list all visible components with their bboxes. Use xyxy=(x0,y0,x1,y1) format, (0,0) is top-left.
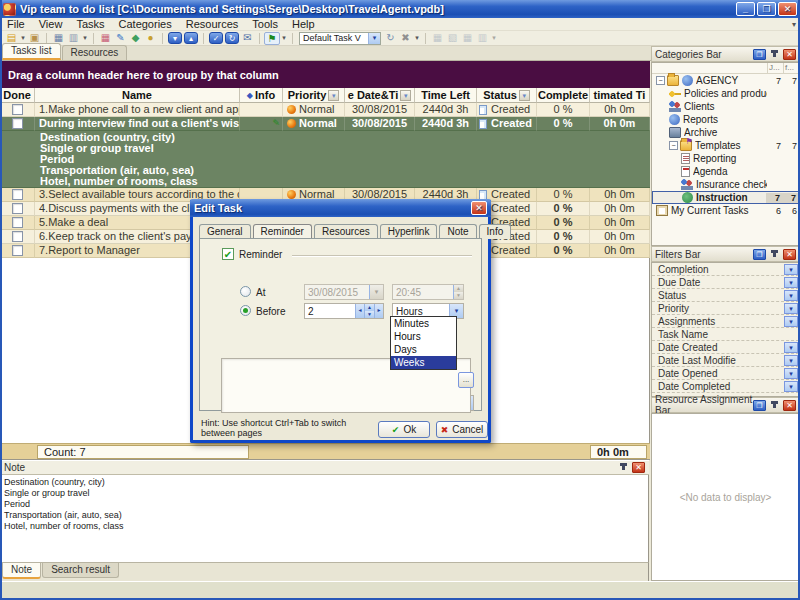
status-filter-icon[interactable]: ▾ xyxy=(519,90,530,101)
before-radio[interactable] xyxy=(240,305,251,316)
chevron-down-icon[interactable]: ▾ xyxy=(784,277,798,288)
col-complete[interactable]: Complete xyxy=(537,88,590,103)
chevron-down-icon[interactable]: ▾ xyxy=(784,342,798,353)
tree-item-clients[interactable]: Clients xyxy=(652,100,799,113)
filter-due-date[interactable]: Due Date▾ xyxy=(652,276,799,289)
tree-item-templates[interactable]: − ⚑ Templates 77 xyxy=(652,139,799,152)
at-date-field[interactable]: 30/08/2015 ▾ xyxy=(304,284,384,300)
chevron-down-icon[interactable]: ▾ xyxy=(784,368,798,379)
tab-note[interactable]: Note xyxy=(439,224,476,239)
option-minutes[interactable]: Minutes xyxy=(391,317,456,330)
reminder-checkbox[interactable]: ✔ xyxy=(222,248,234,260)
close-icon[interactable]: ✕ xyxy=(783,249,796,260)
permissions-icon[interactable]: ● xyxy=(143,32,158,45)
delete-view-icon[interactable]: ✖ xyxy=(398,32,413,45)
chevron-down-icon[interactable]: ▾ xyxy=(784,381,798,392)
tree-item-my-current-tasks[interactable]: My Current Tasks 66 xyxy=(652,204,799,217)
tree-item-insurance-checklist[interactable]: Insurance checklist xyxy=(652,178,799,191)
option-weeks-highlighted[interactable]: Weeks xyxy=(391,356,456,369)
at-radio[interactable] xyxy=(240,286,251,297)
filter-date-created[interactable]: Date Created▾ xyxy=(652,341,799,354)
chevron-down-icon[interactable]: ▾ xyxy=(784,264,798,275)
chevron-down-icon[interactable]: ▾ xyxy=(369,285,383,299)
close-icon[interactable]: ✕ xyxy=(783,400,796,411)
tree-item-policies[interactable]: Policies and products xyxy=(652,87,799,100)
note-content[interactable]: Destination (country, city) Single or gr… xyxy=(0,475,649,563)
ok-button[interactable]: ✔Ok xyxy=(378,421,430,438)
tab-tasks-list[interactable]: Tasks list xyxy=(2,43,61,60)
chevron-down-icon[interactable]: ▾ xyxy=(784,303,798,314)
spin-down-icon[interactable]: ▼ xyxy=(454,292,463,299)
tab-note[interactable]: Note xyxy=(2,563,41,579)
task-row[interactable]: 1.Make phone call to a new client and ap… xyxy=(0,103,650,117)
pin-icon[interactable] xyxy=(768,249,781,260)
tab-search-result[interactable]: Search result xyxy=(42,563,119,578)
flag-icon[interactable]: ⚑ xyxy=(264,32,280,45)
done-checkbox[interactable] xyxy=(12,231,23,242)
tree-item-archive[interactable]: Archive xyxy=(652,126,799,139)
menu-tools[interactable]: Tools xyxy=(245,18,285,30)
refresh-view-icon[interactable]: ↻ xyxy=(383,32,398,45)
due-filter-icon[interactable]: ▾ xyxy=(400,90,411,101)
complete-task-icon[interactable]: ✓ xyxy=(209,32,223,44)
at-time-field[interactable]: 20:45 ▲▼ xyxy=(392,284,464,300)
menu-resources[interactable]: Resources xyxy=(179,18,246,30)
menu-file[interactable]: File xyxy=(0,18,32,30)
toolbar-overflow-icon[interactable]: ▾ xyxy=(81,32,89,45)
pin-icon[interactable] xyxy=(768,49,781,60)
option-days[interactable]: Days xyxy=(391,343,456,356)
col-status[interactable]: Status▾ xyxy=(477,88,537,103)
tab-hyperlink[interactable]: Hyperlink xyxy=(380,224,438,239)
pin-icon[interactable] xyxy=(617,462,630,473)
spin-up-icon[interactable]: ▲ xyxy=(365,304,374,311)
spin-right-icon[interactable]: ▸ xyxy=(374,304,383,318)
assign-icon[interactable]: ◆ xyxy=(128,32,143,45)
chevron-down-icon[interactable]: ▾ xyxy=(784,290,798,301)
col-due-date[interactable]: e Date&Ti▾ xyxy=(345,88,415,103)
spin-up-icon[interactable]: ▲ xyxy=(454,285,463,292)
col-estimated[interactable]: timated Ti xyxy=(590,88,650,103)
menu-tasks[interactable]: Tasks xyxy=(69,18,111,30)
filter-priority[interactable]: Priority▾ xyxy=(652,302,799,315)
done-checkbox[interactable] xyxy=(12,245,23,256)
done-checkbox[interactable] xyxy=(12,203,23,214)
browse-sound-button[interactable]: ... xyxy=(458,372,474,388)
minimize-button[interactable]: _ xyxy=(736,2,755,16)
done-checkbox[interactable] xyxy=(12,189,23,200)
add-task-icon[interactable]: ▦ xyxy=(98,32,113,45)
restore-button[interactable]: ❐ xyxy=(757,2,776,16)
col-name[interactable]: Name xyxy=(35,88,240,103)
menu-overflow-icon[interactable]: ▾ xyxy=(792,20,800,29)
col-time-left[interactable]: Time Left xyxy=(415,88,477,103)
view-overflow-icon[interactable]: ▾ xyxy=(413,32,421,45)
tab-resources[interactable]: Resources xyxy=(62,45,128,60)
close-icon[interactable]: ✕ xyxy=(783,49,796,60)
menu-help[interactable]: Help xyxy=(285,18,322,30)
filter-task-name[interactable]: Task Name xyxy=(652,328,799,341)
filter-date-last-modified[interactable]: Date Last Modifie▾ xyxy=(652,354,799,367)
filter-status[interactable]: Status▾ xyxy=(652,289,799,302)
chevron-down-icon[interactable]: ▾ xyxy=(784,316,798,327)
before-value-field[interactable]: 2 ◂▲▼▸ xyxy=(304,303,384,319)
col-priority[interactable]: Priority▾ xyxy=(283,88,345,103)
tree-item-instruction-selected[interactable]: Instruction 77 xyxy=(652,191,799,204)
move-down-icon[interactable]: ▾ xyxy=(168,32,182,44)
filter-date-completed[interactable]: Date Completed▾ xyxy=(652,380,799,393)
restore-panel-icon[interactable]: ❐ xyxy=(753,400,766,411)
tab-info[interactable]: Info xyxy=(479,224,512,239)
filter-completion[interactable]: Completion▾ xyxy=(652,263,799,276)
pin-icon[interactable] xyxy=(768,400,781,411)
resource-overflow-icon[interactable]: ▾ xyxy=(490,32,498,45)
spin-down-icon[interactable]: ▼ xyxy=(365,311,374,318)
menu-categories[interactable]: Categories xyxy=(112,18,179,30)
close-icon[interactable]: ✕ xyxy=(632,462,645,473)
collapse-icon[interactable]: − xyxy=(656,76,665,85)
task-view-combo[interactable]: Default Task V ▾ xyxy=(299,32,381,45)
col-done[interactable]: Done xyxy=(0,88,35,103)
unassign-resource-icon[interactable]: ▧ xyxy=(445,32,460,45)
reopen-task-icon[interactable]: ↻ xyxy=(225,32,239,44)
close-icon[interactable]: ✕ xyxy=(471,201,487,215)
col-info[interactable]: ◆Info xyxy=(240,88,283,103)
cancel-button[interactable]: ✖Cancel xyxy=(436,421,488,438)
tree-item-reports[interactable]: Reports xyxy=(652,113,799,126)
